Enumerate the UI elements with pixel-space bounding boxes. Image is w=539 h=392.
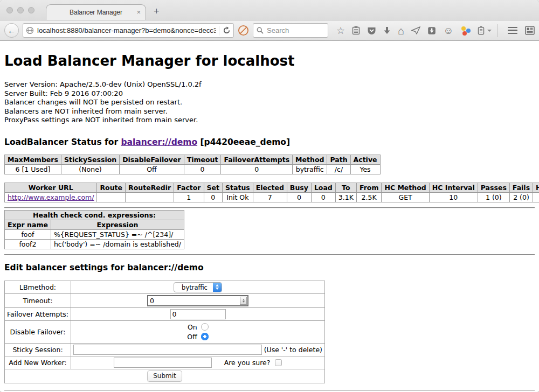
timeout-cell (71, 293, 325, 307)
cell (126, 192, 174, 202)
form-row: Failover Attempts: (5, 307, 325, 320)
cell: 0 (311, 192, 335, 202)
worker-url-link[interactable]: http://www.example.com/ (8, 193, 94, 201)
minimize-window-button[interactable] (17, 7, 24, 13)
on-label: On (187, 323, 197, 331)
table-row: http://www.example.com/ 1 0 Init Ok 7 0 … (5, 192, 539, 202)
tab-balancer-manager[interactable]: Balancer Manager × (46, 4, 146, 20)
tab-title: Balancer Manager (70, 9, 122, 16)
cell: 6 [1 Used] (5, 164, 61, 174)
tab-bar: Balancer Manager × + (0, 0, 539, 20)
cell: %{REQUEST_STATUS} =~ /^[234]/ (51, 229, 184, 239)
table-row: foof %{REQUEST_STATUS} =~ /^[234]/ (5, 229, 184, 239)
column-header: Status (223, 183, 253, 192)
lbmethod-selected-value: bytraffic (174, 283, 213, 292)
server-info-line: Balancers are NOT inherited from main se… (4, 107, 535, 116)
column-header: Timeout (184, 155, 221, 164)
tiles-addon-icon[interactable] (525, 26, 535, 35)
column-header: Load (311, 183, 335, 192)
failover-attempts-input[interactable] (170, 309, 226, 319)
cell: 0 (204, 192, 222, 202)
new-tab-button[interactable]: + (154, 6, 160, 17)
chat-smiley-icon[interactable]: ☺ (443, 26, 453, 36)
health-table-title: Health check cond. expressions: (5, 210, 184, 220)
lbmethod-select[interactable]: bytraffic (174, 282, 222, 292)
bookmark-star-icon[interactable]: ☆ (336, 26, 345, 36)
server-info: Server Version: Apache/2.5.0-dev (Unix) … (4, 80, 535, 125)
cell: GET (382, 192, 429, 202)
search-bar[interactable]: Search (253, 23, 328, 38)
navigation-toolbar: ← localhost:8880/balancer-manager?b=demo… (0, 20, 539, 41)
confirm-label: Are you sure? (224, 359, 271, 367)
globe-icon (26, 26, 34, 34)
colored-dots-icon[interactable] (461, 26, 471, 36)
zoom-window-button[interactable] (28, 7, 34, 13)
tab-close-icon[interactable]: × (136, 8, 141, 16)
column-header: Elected (253, 183, 287, 192)
select-stepper-icon (213, 283, 222, 292)
submit-cell: Submit (5, 369, 325, 383)
add-worker-input[interactable] (114, 358, 212, 368)
column-header: StickySession (61, 155, 119, 164)
column-header: Fails (509, 183, 533, 192)
timeout-label: Timeout: (5, 293, 71, 307)
cell: 0 (287, 192, 311, 202)
bookmarks-clipboard-icon[interactable] (352, 26, 360, 35)
url-bar[interactable]: localhost:8880/balancer-manager?b=demo&n… (23, 23, 234, 38)
column-header: To (335, 183, 356, 192)
reload-icon[interactable] (223, 26, 231, 34)
back-button[interactable]: ← (4, 23, 19, 38)
column-header: MaxMembers (5, 155, 61, 164)
page-content: Load Balancer Manager for localhost Serv… (0, 41, 539, 391)
divider (4, 254, 535, 255)
number-spinner-icon[interactable] (240, 297, 247, 305)
column-header: Worker URL (5, 183, 97, 192)
column-header: FailoverAttempts (221, 155, 293, 164)
sticky-session-input[interactable] (73, 345, 262, 355)
sticky-session-hint: (Use '-' to delete) (264, 346, 322, 354)
balancer-link[interactable]: balancer://demo (121, 137, 197, 147)
cell: foof2 (5, 239, 51, 249)
table-row: foof2 hc('body') =~ /domain is establish… (5, 239, 184, 249)
cell: 0 (184, 164, 221, 174)
downloads-icon[interactable] (383, 26, 391, 35)
send-icon[interactable] (411, 26, 420, 34)
column-header: Factor (174, 183, 204, 192)
search-icon (257, 27, 264, 34)
panel-download-icon[interactable] (427, 26, 436, 35)
add-worker-cell: Are you sure? (71, 356, 325, 369)
failover-on-radio[interactable] (201, 323, 209, 331)
server-info-line: ProxyPass settings are NOT inherited fro… (4, 116, 535, 125)
url-text: localhost:8880/balancer-manager?b=demo&n… (37, 26, 216, 34)
edit-settings-heading: Edit balancer settings for balancer://de… (4, 263, 535, 272)
column-header: HC uri (533, 183, 539, 192)
column-header: HC Method (382, 183, 429, 192)
cell: Init Ok (223, 192, 253, 202)
battery-panel-icon[interactable] (478, 26, 485, 35)
timeout-input[interactable] (147, 295, 248, 306)
divider (4, 207, 535, 208)
failover-off-radio[interactable] (201, 333, 209, 340)
submit-button[interactable]: Submit (147, 370, 182, 382)
column-header: DisableFailover (120, 155, 184, 164)
status-heading-prefix: LoadBalancer Status for (4, 137, 121, 147)
menu-icon[interactable] (508, 27, 517, 34)
disable-failover-label: Disable Failover: (5, 320, 71, 343)
failover-attempts-cell (71, 307, 325, 320)
timeout-input-field[interactable] (148, 297, 240, 305)
sticky-session-label: Sticky Session: (5, 343, 71, 356)
content-blocker-icon[interactable] (238, 25, 249, 36)
column-header: Expression (51, 220, 184, 229)
dropdown-caret-icon[interactable] (487, 30, 492, 32)
form-row: Disable Failover: On Off (5, 320, 325, 343)
pocket-icon[interactable] (367, 26, 376, 35)
form-row: Submit (5, 369, 325, 383)
home-icon[interactable]: ⌂ (398, 26, 404, 36)
form-row: Add New Worker: Are you sure? (5, 356, 325, 369)
worker-table: Worker URL Route RouteRedir Factor Set S… (4, 183, 539, 202)
column-header: Active (350, 155, 380, 164)
confirm-checkbox[interactable] (275, 359, 282, 366)
table-header-row: Worker URL Route RouteRedir Factor Set S… (5, 183, 539, 192)
close-window-button[interactable] (6, 7, 13, 13)
lbmethod-cell: bytraffic (71, 281, 325, 293)
